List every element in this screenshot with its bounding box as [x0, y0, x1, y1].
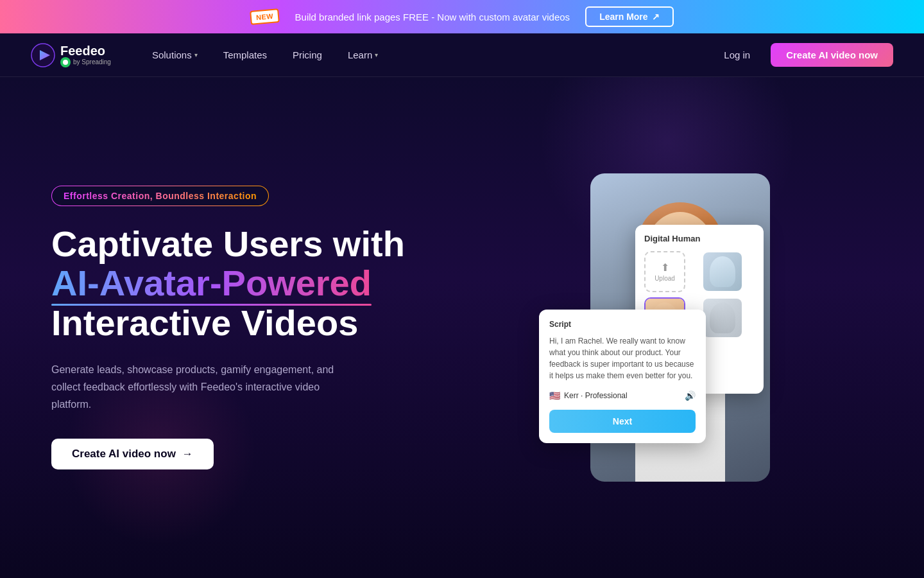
hero-cta-button[interactable]: Create AI video now → [51, 439, 214, 469]
hero-badge-text: Effortless Creation, Boundless Interacti… [64, 191, 257, 201]
script-text: Hi, I am Rachel. We really want to know … [549, 335, 696, 381]
create-video-button[interactable]: Create AI video now [771, 43, 893, 67]
hero-left: Effortless Creation, Boundless Interacti… [51, 186, 449, 469]
voice-row: 🇺🇸 Kerr · Professional 🔊 [549, 390, 696, 401]
avatar-thumb-1[interactable] [702, 251, 743, 292]
flag-icon: 🇺🇸 [549, 390, 560, 401]
banner-text: Build branded link pages FREE - Now with… [295, 12, 570, 22]
cta-label: Create AI video now [72, 448, 176, 460]
top-banner: NEW Build branded link pages FREE - Now … [0, 0, 924, 33]
spreading-icon [60, 57, 71, 67]
voice-name: Kerr · Professional [564, 391, 628, 400]
feedeo-logo-icon [31, 43, 55, 67]
avatar-thumb-3[interactable] [702, 297, 743, 338]
script-panel: Script Hi, I am Rachel. We really want t… [539, 310, 706, 443]
nav-right: Log in Create AI video now [714, 43, 893, 67]
thumb-bg-1 [703, 252, 742, 291]
speaker-icon: 🔊 [685, 390, 696, 401]
next-button[interactable]: Next [549, 410, 696, 433]
hero-title-gradient: AI-Avatar-Powered [51, 263, 372, 303]
chevron-down-icon: ▾ [194, 51, 198, 58]
navbar: Feedeo by Spreading Solutions ▾ Template… [0, 33, 924, 77]
nav-templates[interactable]: Templates [213, 44, 277, 66]
logo-sub: by Spreading [60, 57, 111, 67]
panel-title: Digital Human [644, 234, 755, 243]
new-tag: NEW [250, 8, 280, 25]
nav-learn[interactable]: Learn ▾ [338, 44, 388, 66]
hero-description: Generate leads, showcase products, gamif… [51, 361, 359, 414]
hero-section: Effortless Creation, Boundless Interacti… [0, 77, 924, 578]
svg-point-2 [63, 60, 68, 65]
external-link-icon: ↗ [652, 12, 660, 22]
logo[interactable]: Feedeo by Spreading [31, 43, 111, 67]
hero-badge: Effortless Creation, Boundless Interacti… [51, 186, 269, 206]
chevron-down-icon: ▾ [375, 51, 378, 58]
login-button[interactable]: Log in [714, 44, 760, 66]
learn-more-button[interactable]: Learn More ↗ [585, 6, 673, 27]
logo-name: Feedeo [60, 43, 111, 58]
upload-label: Upload [654, 275, 675, 282]
upload-icon: ⬆ [661, 261, 669, 274]
nav-solutions[interactable]: Solutions ▾ [142, 44, 208, 66]
learn-more-label: Learn More [599, 12, 647, 22]
nav-pricing[interactable]: Pricing [282, 44, 332, 66]
nav-links: Solutions ▾ Templates Pricing Learn ▾ [142, 44, 714, 66]
thumb-bg-3 [703, 299, 742, 337]
upload-cell[interactable]: ⬆ Upload [644, 251, 685, 292]
script-label: Script [549, 320, 696, 329]
hero-title: Captivate Users with AI-Avatar-Powered I… [51, 224, 449, 343]
arrow-right-icon: → [182, 448, 193, 460]
hero-right: Digital Human ⬆ Upload [449, 77, 873, 578]
hero-image-outer: Digital Human ⬆ Upload [552, 173, 770, 482]
